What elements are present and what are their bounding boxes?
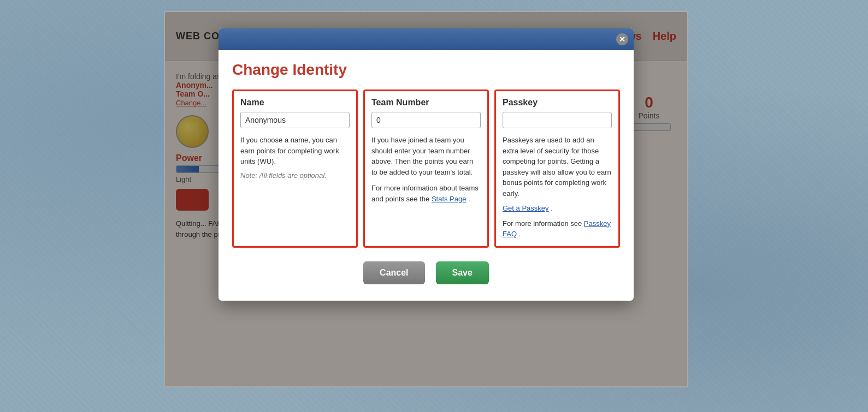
passkey-period: . [551, 204, 553, 212]
modal-footer: Cancel Save [232, 261, 620, 284]
team-input[interactable] [371, 112, 481, 128]
team-field-box: Team Number If you have joined a team yo… [363, 89, 489, 248]
team-desc1: If you have joined a team you should ent… [371, 135, 481, 177]
app-window: WEB CONTROL Share: ✉ f t Learn News Help… [164, 11, 688, 387]
save-button[interactable]: Save [436, 261, 489, 284]
fields-row: Name If you choose a name, you can earn … [232, 89, 620, 248]
name-field-box: Name If you choose a name, you can earn … [232, 89, 358, 248]
name-desc: If you choose a name, you can earn point… [240, 135, 350, 167]
get-passkey-link[interactable]: Get a Passkey [503, 204, 549, 212]
passkey-label: Passkey [503, 98, 612, 108]
passkey-faq-row: For more information see Passkey FAQ . [503, 218, 612, 240]
passkey-desc1: Passkeys are used to add an extra level … [503, 135, 612, 199]
change-identity-modal: ✕ Change Identity Name If you choose a n… [219, 28, 634, 301]
team-label: Team Number [371, 98, 481, 108]
stats-page-link[interactable]: Stats Page [432, 195, 467, 203]
modal-header: ✕ [219, 28, 634, 50]
passkey-input[interactable] [503, 112, 612, 128]
name-note: Note: All fields are optional. [240, 171, 350, 180]
team-desc2: For more information about teams and poi… [371, 183, 481, 204]
passkey-field-box: Passkey Passkeys are used to add an extr… [494, 89, 620, 248]
modal-body: Change Identity Name If you choose a nam… [219, 50, 634, 301]
cancel-button[interactable]: Cancel [363, 261, 424, 284]
passkey-desc3: For more information see [503, 219, 582, 228]
name-label: Name [240, 98, 350, 108]
passkey-faq-end: . [519, 230, 521, 238]
modal-overlay: ✕ Change Identity Name If you choose a n… [165, 12, 687, 386]
modal-title: Change Identity [232, 61, 620, 79]
modal-close-button[interactable]: ✕ [616, 33, 628, 45]
team-desc2-end: . [468, 195, 470, 203]
name-input[interactable] [240, 112, 350, 128]
passkey-get-link-row: Get a Passkey . [503, 203, 612, 214]
